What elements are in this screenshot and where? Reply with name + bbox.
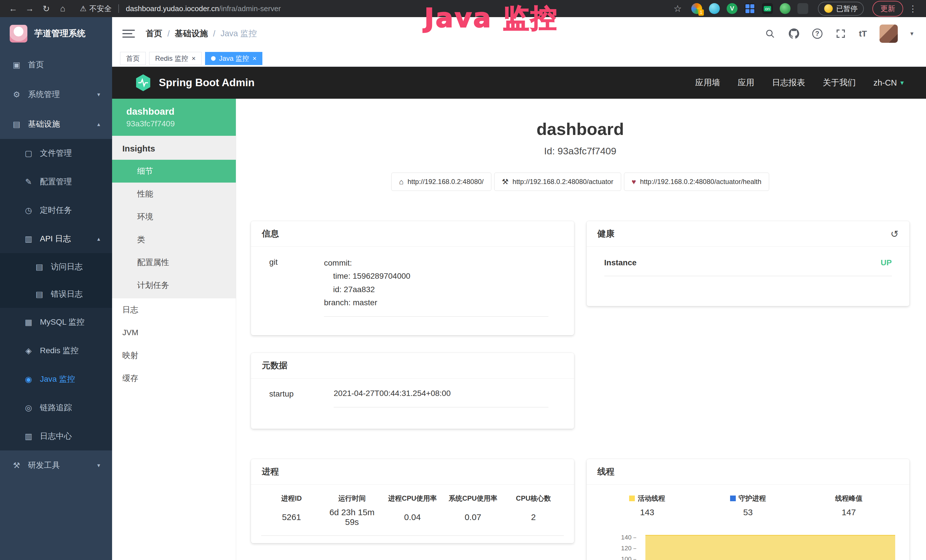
file-icon: ▢ xyxy=(23,148,34,158)
page-title: dashboard xyxy=(251,119,909,140)
sidebar-item-label: 访问日志 xyxy=(51,261,83,272)
bookmark-star-icon[interactable]: ☆ xyxy=(671,3,684,14)
chrome-update-button[interactable]: 更新 xyxy=(872,1,903,17)
search-icon[interactable] xyxy=(764,28,776,39)
sidebar-item-label: MySQL 监控 xyxy=(40,317,85,327)
github-icon[interactable] xyxy=(788,28,800,39)
log-center-icon: ▥ xyxy=(23,431,34,441)
legend-peak-threads: 线程峰值 xyxy=(799,486,899,506)
help-icon[interactable]: ? xyxy=(812,29,823,39)
extension-icon-grid[interactable] xyxy=(744,3,755,14)
sba-nav-applications[interactable]: 应用 xyxy=(738,77,754,88)
hamburger-icon[interactable] xyxy=(123,30,135,38)
instance-menu-environment[interactable]: 环境 xyxy=(112,206,236,228)
back-icon[interactable]: ← xyxy=(6,4,20,14)
process-col-label: CPU核心数 xyxy=(503,486,563,506)
sidebar: 芋道管理系统 ▣ 首页 ⚙ 系统管理 ▾ ▤ 基础设施 ▴ ▢ 文件管理 ✎ 配… xyxy=(0,17,112,560)
close-icon[interactable]: × xyxy=(192,54,196,62)
extension-icon-colorwheel[interactable]: 1 xyxy=(691,3,702,14)
close-icon[interactable]: × xyxy=(253,54,256,62)
browser-home-icon[interactable]: ⌂ xyxy=(56,4,70,14)
content-row: dashboard 93a3fc7f7409 Insights 细节 性能 环境… xyxy=(112,99,926,560)
security-chip[interactable]: ⚠ 不安全 xyxy=(80,4,112,14)
breadcrumb-separator: / xyxy=(213,29,215,38)
sidebar-item-file-mgmt[interactable]: ▢ 文件管理 xyxy=(0,139,112,168)
reload-icon[interactable]: ↻ xyxy=(39,4,53,14)
sidebar-item-api-log[interactable]: ▥ API 日志 ▴ xyxy=(0,224,112,253)
legend-value: 147 xyxy=(799,506,899,526)
sidebar-item-devtools[interactable]: ⚒ 研发工具 ▾ xyxy=(0,451,112,480)
instance-menu-config-props[interactable]: 配置属性 xyxy=(112,251,236,274)
instance-menu-caches[interactable]: 缓存 xyxy=(112,367,236,390)
sidebar-item-redis-monitor[interactable]: ◈ Redis 监控 xyxy=(0,336,112,365)
font-size-icon[interactable]: tT xyxy=(859,29,867,38)
card-title: 健康 xyxy=(598,228,614,240)
tab-label: Redis 监控 xyxy=(155,54,188,63)
instance-menu-performance[interactable]: 性能 xyxy=(112,183,236,206)
link-actuator-url[interactable]: ⚒ http://192.168.0.2:48080/actuator xyxy=(494,173,621,191)
sidebar-item-system[interactable]: ⚙ 系统管理 ▾ xyxy=(0,80,112,109)
extension-icon-switch[interactable]: on xyxy=(762,3,773,14)
instance-menu-scheduled-tasks[interactable]: 计划任务 xyxy=(112,274,236,297)
locale-select[interactable]: zh-CN ▾ xyxy=(873,78,904,88)
instance-menu-classes[interactable]: 类 xyxy=(112,228,236,251)
avatar-caret-icon[interactable]: ▾ xyxy=(910,30,914,37)
breadcrumb-infra[interactable]: 基础设施 xyxy=(175,28,208,39)
profile-paused-badge[interactable]: 已暂停 xyxy=(818,2,864,16)
sidebar-item-label: 系统管理 xyxy=(28,89,60,100)
sidebar-item-label: Redis 监控 xyxy=(40,345,79,356)
tab-home[interactable]: 首页 xyxy=(120,52,146,65)
extension-icon-green-v[interactable]: V xyxy=(727,3,737,14)
sidebar-item-scheduled-jobs[interactable]: ◷ 定时任务 xyxy=(0,196,112,224)
sidebar-submenu-infra: ▢ 文件管理 ✎ 配置管理 ◷ 定时任务 ▥ API 日志 ▴ ▤ 访问日志 ▤ xyxy=(0,139,112,451)
url-divider xyxy=(118,4,119,13)
sidebar-item-access-log[interactable]: ▤ 访问日志 xyxy=(0,253,112,280)
legend-live-threads: 活动线程 xyxy=(597,486,698,506)
annotation-java-monitor: Java 监控 xyxy=(424,1,558,36)
address-bar[interactable]: dashboard.yudao.iocoder.cn/infra/admin-s… xyxy=(126,4,281,13)
sidebar-item-mysql-monitor[interactable]: ▦ MySQL 监控 xyxy=(0,308,112,336)
sidebar-item-label: 链路追踪 xyxy=(40,402,72,413)
instance-menu-mappings[interactable]: 映射 xyxy=(112,344,236,367)
extension-icon-leaf[interactable] xyxy=(780,3,791,14)
right-column: 首页 / 基础设施 / Java 监控 ? tT ▾ xyxy=(112,17,926,560)
sidebar-item-tracing[interactable]: ◎ 链路追踪 xyxy=(0,394,112,422)
sba-nav-about[interactable]: 关于我们 xyxy=(823,77,856,88)
redis-icon: ◈ xyxy=(23,346,34,356)
browser-menu-icon[interactable]: ⋮ xyxy=(906,4,920,14)
instance-menu-jvm[interactable]: JVM xyxy=(112,321,236,344)
extension-icon-drop[interactable] xyxy=(709,3,720,14)
git-commit-time: time: 1596289704000 xyxy=(324,269,548,283)
sba-nav-wall[interactable]: 应用墙 xyxy=(695,77,720,88)
instance-menu-details[interactable]: 细节 xyxy=(112,160,236,183)
sidebar-item-config-mgmt[interactable]: ✎ 配置管理 xyxy=(0,168,112,196)
extension-icon-dark[interactable] xyxy=(797,3,808,14)
history-icon[interactable]: ↺ xyxy=(891,228,899,240)
doc-icon: ▤ xyxy=(34,289,44,299)
fullscreen-icon[interactable] xyxy=(835,28,846,39)
link-label: http://192.168.0.2:48080/actuator xyxy=(513,178,613,186)
link-health-url[interactable]: ♥ http://192.168.0.2:48080/actuator/heal… xyxy=(624,173,769,191)
sidebar-item-home[interactable]: ▣ 首页 xyxy=(0,50,112,80)
dashboard-icon: ▣ xyxy=(11,60,22,70)
breadcrumb-home[interactable]: 首页 xyxy=(146,28,162,39)
sidebar-item-error-log[interactable]: ▤ 错误日志 xyxy=(0,280,112,308)
sba-nav-journal[interactable]: 日志报表 xyxy=(772,77,805,88)
tab-redis-monitor[interactable]: Redis 监控 × xyxy=(149,52,202,65)
link-root-url[interactable]: ⌂ http://192.168.0.2:48080/ xyxy=(391,173,492,191)
user-avatar[interactable] xyxy=(879,24,898,43)
instance-menu-logs[interactable]: 日志 xyxy=(112,298,236,321)
sidebar-item-label: 错误日志 xyxy=(51,289,83,300)
sidebar-item-log-center[interactable]: ▥ 日志中心 xyxy=(0,422,112,451)
legend-label: 守护进程 xyxy=(738,494,766,502)
sidebar-item-label: 研发工具 xyxy=(28,460,60,471)
instance-sidebar: dashboard 93a3fc7f7409 Insights 细节 性能 环境… xyxy=(112,99,236,560)
chevron-down-icon: ▾ xyxy=(97,91,100,98)
instance-header[interactable]: dashboard 93a3fc7f7409 xyxy=(112,99,236,136)
process-table: 进程ID 运行时间 进程CPU使用率 系统CPU使用率 CPU核心数 5261 … xyxy=(261,486,564,536)
sidebar-item-infra[interactable]: ▤ 基础设施 ▴ xyxy=(0,109,112,139)
tab-java-monitor[interactable]: Java 监控 × xyxy=(205,52,262,65)
forward-icon[interactable]: → xyxy=(23,4,36,14)
sidebar-item-java-monitor[interactable]: ◉ Java 监控 xyxy=(0,365,112,394)
sba-nav: 应用墙 应用 日志报表 关于我们 zh-CN ▾ xyxy=(695,77,904,88)
